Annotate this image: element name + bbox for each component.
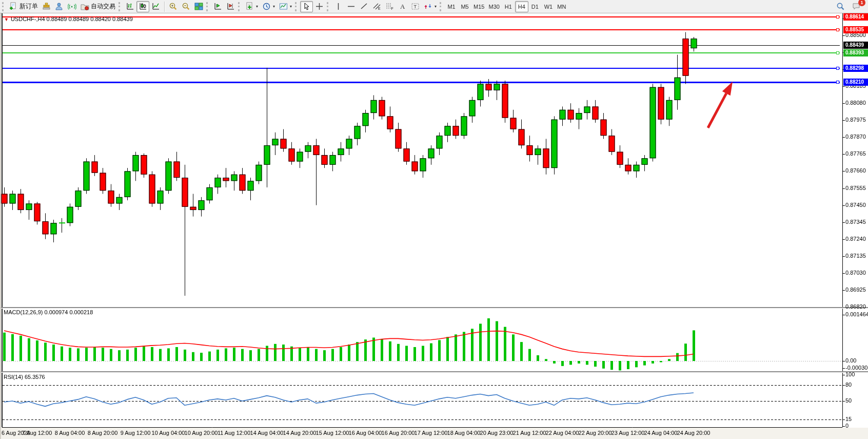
rsi-axis-tick: 50 [845,397,852,404]
rsi-axis-tick: 80 [845,381,852,388]
price-axis-tick: 0.87345 [845,219,866,225]
draw-fibo-button[interactable]: F [383,1,396,12]
chart-candles-icon [139,2,147,11]
panel-separator-rsi[interactable] [0,371,868,372]
templates-icon [279,2,288,11]
tf-h4-button[interactable]: H4 [515,1,528,12]
draw-label-button[interactable]: T [409,1,422,12]
tile-windows-button[interactable] [192,1,205,12]
autotrade-icon [81,2,89,11]
price-axis-tick: 0.87870 [845,133,866,140]
chart-dropdown-icon[interactable]: ▼ [4,17,9,22]
draw-arrows-button[interactable]: ▾ [422,1,439,12]
chart-shift-icon [226,2,235,11]
price-badge-0.88614: 0.88614 [843,13,868,21]
signal-button[interactable] [66,1,78,12]
panel-separator-macd[interactable] [0,307,868,308]
tf-mn-label: MN [557,4,566,10]
chart-canvas[interactable] [0,0,868,439]
chart-bars-button[interactable] [124,1,136,12]
draw-vline-icon [334,2,343,11]
draw-text-button[interactable]: A [396,1,409,12]
svg-text:F: F [391,7,393,10]
tf-m1-label: M1 [447,4,455,10]
tf-m5-button[interactable]: M5 [458,1,471,12]
tf-h1-label: H1 [505,4,512,10]
toolbar-separator [164,2,165,12]
notification-count-badge: 1 [858,0,865,6]
templates-button[interactable]: ▾ [277,1,294,12]
draw-vline-button[interactable] [332,1,345,12]
draw-arrows-dropdown-icon[interactable]: ▾ [435,4,437,9]
periods-dropdown-icon[interactable]: ▾ [273,4,275,9]
zoom-out-button[interactable] [180,1,192,12]
indicators-dropdown-icon[interactable]: ▾ [256,4,258,9]
chart-title-text: USDCHF-,H4 0.88489 0.88489 0.88420 0.884… [11,16,133,22]
chart-shift-button[interactable] [224,1,237,12]
periods-icon [262,2,271,11]
chart-line-button[interactable] [149,1,162,12]
tf-d1-label: D1 [531,4,539,10]
price-axis-tick: 0.87240 [845,236,866,242]
cursor-button[interactable] [300,1,313,12]
new-order-icon [9,2,18,11]
toolbar-grip[interactable] [327,2,330,11]
tf-d1-button[interactable]: D1 [528,1,542,12]
profile-button[interactable] [53,1,66,12]
auto-scroll-button[interactable] [211,1,224,12]
time-axis-label: 24 Aug 20:00 [673,430,714,436]
indicators-icon [245,2,254,11]
stamp-button[interactable] [40,1,53,12]
indicators-button[interactable]: ▾ [243,1,260,12]
toolbar-grip[interactable] [238,2,241,11]
profile-icon [55,2,64,11]
macd-axis-tick: 0.00 [845,357,856,364]
draw-hline-icon [347,2,356,11]
rsi-axis-tick: 100 [845,371,855,377]
price-axis-tick: 0.87450 [845,202,866,208]
notifications-button[interactable]: 1 [850,1,863,12]
toolbar-grip[interactable] [206,2,209,11]
toolbar-grip[interactable] [2,2,5,11]
price-axis-tick: 0.86925 [845,287,866,293]
zoom-in-button[interactable] [167,1,180,12]
tf-w1-button[interactable]: W1 [542,1,555,12]
macd-indicator-label: MACD(12,26,9) 0.000974 0.000218 [4,309,93,315]
search-button[interactable] [834,1,847,12]
mt4-window: 新订单自动交易▾▾▾EFAT▾M1M5M15M30H1H4D1W1MN1 ▼US… [0,0,868,439]
macd-axis-tick: 0.001464 [845,311,868,317]
tf-m30-button[interactable]: M30 [486,1,501,12]
zoom-in-icon [169,2,177,11]
draw-trendline-button[interactable] [358,1,370,12]
price-badge-0.88298: 0.88298 [843,65,868,72]
svg-text:T: T [414,4,417,9]
price-axis-tick: 0.87030 [845,270,866,276]
svg-text:A: A [400,3,405,10]
tf-m15-button[interactable]: M15 [471,1,486,12]
tf-mn-button[interactable]: MN [555,1,568,12]
price-badge-0.88210: 0.88210 [843,79,868,86]
draw-trendline-icon [360,2,368,11]
toolbar-grip[interactable] [440,2,443,11]
chart-line-icon [151,2,160,11]
tf-w1-label: W1 [544,4,553,10]
tf-m30-label: M30 [488,4,499,10]
tf-m1-button[interactable]: M1 [445,1,458,12]
tf-h1-button[interactable]: H1 [502,1,515,12]
draw-hline-button[interactable] [345,1,358,12]
templates-dropdown-icon[interactable]: ▾ [290,4,292,9]
tf-h4-label: H4 [518,4,525,10]
autotrade-button[interactable]: 自动交易 [78,1,117,12]
chart-candles-button[interactable] [136,1,149,12]
crosshair-button[interactable] [313,1,326,12]
window-left-edge [0,13,1,439]
price-badge-0.88393: 0.88393 [843,49,868,56]
toolbar-grip[interactable] [295,2,298,11]
draw-channel-button[interactable]: E [370,1,383,12]
new-order-button[interactable]: 新订单 [7,1,40,12]
toolbar-grip[interactable] [119,2,122,11]
search-icon [836,2,845,11]
price-badge-0.88439: 0.88439 [843,42,868,49]
periods-button[interactable]: ▾ [260,1,277,12]
auto-scroll-icon [213,2,222,11]
